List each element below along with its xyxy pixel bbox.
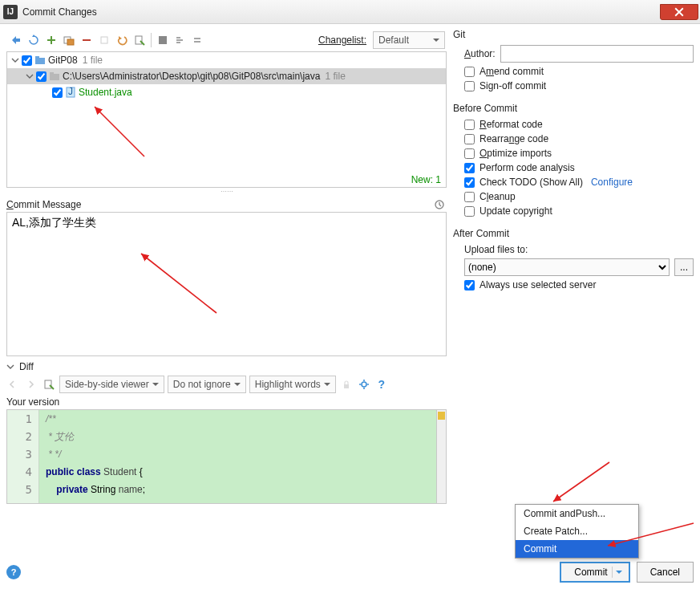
show-diff-icon[interactable] <box>8 32 24 48</box>
diff-toolbar: Side-by-side viewer Do not ignore Highli… <box>6 376 447 393</box>
next-diff-icon[interactable] <box>24 377 38 392</box>
ignore-combo[interactable]: Do not ignore <box>168 376 246 393</box>
analysis-checkbox[interactable] <box>464 163 475 173</box>
tree-label: C:\Users\Administrator\Desktop\git\p08\G… <box>63 71 320 82</box>
file-count: 1 file <box>83 55 103 66</box>
svg-rect-16 <box>344 384 349 388</box>
gear-icon[interactable] <box>357 377 371 392</box>
tree-footer: New: 1 <box>411 174 441 185</box>
before-commit-group: Before Commit Reformat codeReformat code… <box>453 103 694 220</box>
svg-rect-1 <box>51 36 52 44</box>
svg-rect-8 <box>35 58 45 64</box>
window-title: Commit Changes <box>22 6 97 18</box>
help-icon[interactable]: ? <box>374 377 389 392</box>
popup-create-patch[interactable]: Create Patch... <box>516 522 638 540</box>
upload-select[interactable]: (none) <box>464 258 670 276</box>
svg-rect-7 <box>159 36 167 44</box>
checkbox-root[interactable] <box>22 55 32 66</box>
jump-source-icon[interactable] <box>132 32 148 48</box>
chevron-down-icon[interactable] <box>10 55 20 65</box>
help-button[interactable]: ? <box>6 565 21 579</box>
revert-icon[interactable] <box>114 32 130 48</box>
java-file-icon: J <box>64 86 77 99</box>
tree-row-root[interactable]: GitP08 1 file <box>7 52 446 68</box>
toolbar: CChangelist:hangelist: Default <box>6 29 447 51</box>
reformat-checkbox[interactable] <box>464 120 475 130</box>
upload-label: Upload files to: <box>464 244 528 255</box>
tree-row-path[interactable]: C:\Users\Administrator\Desktop\git\p08\G… <box>7 68 446 84</box>
close-icon <box>674 7 684 17</box>
svg-point-17 <box>362 382 366 387</box>
file-tree[interactable]: GitP08 1 file C:\Users\Administrator\Des… <box>6 51 447 188</box>
amend-checkbox[interactable] <box>464 67 475 77</box>
cleanup-checkbox[interactable] <box>464 192 475 202</box>
amend-label: Amend commit <box>479 66 544 77</box>
group-by-icon[interactable] <box>155 32 171 48</box>
lock-icon[interactable] <box>339 377 354 392</box>
popup-commit[interactable]: Commit <box>516 540 638 558</box>
bottom-bar: ? CommitCommit Cancel <box>6 562 694 583</box>
svg-text:J: J <box>68 87 73 97</box>
close-button[interactable] <box>660 4 698 20</box>
folder-icon <box>48 70 61 83</box>
signoff-label: Sign-off commit <box>479 80 546 91</box>
after-title: After Commit <box>453 228 694 239</box>
app-icon: IJ <box>3 5 18 19</box>
svg-rect-4 <box>83 39 91 41</box>
move-changelist-icon[interactable] <box>61 32 77 48</box>
svg-rect-3 <box>67 39 74 45</box>
cancel-button[interactable]: Cancel <box>637 562 694 583</box>
signoff-checkbox[interactable] <box>464 81 475 91</box>
browse-button[interactable]: ... <box>674 258 694 276</box>
prev-diff-icon[interactable] <box>6 377 21 392</box>
chevron-down-icon[interactable] <box>6 362 16 372</box>
svg-rect-10 <box>50 74 59 80</box>
chevron-down-icon[interactable] <box>25 71 34 81</box>
rollback-icon[interactable] <box>96 32 112 48</box>
viewer-combo[interactable]: Side-by-side viewer <box>59 376 164 393</box>
remove-icon[interactable] <box>79 32 95 48</box>
module-icon <box>34 54 47 67</box>
error-stripe[interactable] <box>436 410 446 503</box>
diff-section[interactable]: Diff <box>6 361 447 372</box>
svg-rect-9 <box>35 56 39 59</box>
checkbox-path[interactable] <box>36 71 47 82</box>
expand-all-icon[interactable] <box>172 32 188 48</box>
commit-popup: Commit and Push...Commit and Push... Cre… <box>515 504 639 559</box>
svg-rect-11 <box>50 72 54 75</box>
configure-link[interactable]: Configure <box>591 177 633 188</box>
your-version-label: Your version <box>6 396 447 408</box>
highlight-combo[interactable]: Highlight words <box>249 376 336 393</box>
commit-message-label: Commit Message Commit Message <box>6 197 447 212</box>
changelist-combo[interactable]: Default <box>373 31 445 49</box>
svg-rect-15 <box>45 380 51 388</box>
git-group: Git Author: Author: Amend commit Amend c… <box>453 29 694 95</box>
popup-commit-push[interactable]: Commit and Push...Commit and Push... <box>516 505 638 522</box>
refresh-icon[interactable] <box>26 32 42 48</box>
commit-message-input[interactable]: AL,添加了学生类 <box>6 212 447 356</box>
gutter: 12345 <box>7 410 39 503</box>
author-input[interactable] <box>500 45 694 63</box>
code-viewer[interactable]: 12345 /** * 艾伦 * */ public class Student… <box>6 409 447 504</box>
jump-source-icon[interactable] <box>42 377 56 392</box>
commit-button[interactable]: CommitCommit <box>560 562 629 583</box>
drag-handle[interactable]: ⋯⋯ <box>6 188 447 194</box>
tree-row-file[interactable]: J Student.java <box>7 84 446 100</box>
tree-label: Student.java <box>79 87 132 98</box>
after-commit-group: After Commit Upload files to: (none) ...… <box>453 228 694 294</box>
copyright-checkbox[interactable] <box>464 206 475 217</box>
changelist-label: CChangelist:hangelist: <box>318 35 366 46</box>
svg-rect-5 <box>101 37 107 43</box>
optimize-checkbox[interactable] <box>464 148 475 159</box>
collapse-all-icon[interactable] <box>190 32 206 48</box>
rearrange-checkbox[interactable] <box>464 134 475 144</box>
author-label: Author: <box>464 48 496 59</box>
always-checkbox[interactable] <box>464 280 475 290</box>
checkbox-file[interactable] <box>52 87 63 98</box>
history-icon[interactable] <box>432 197 447 212</box>
svg-rect-6 <box>136 36 142 44</box>
before-title: Before Commit <box>453 103 694 114</box>
new-changelist-icon[interactable] <box>43 32 59 48</box>
todo-checkbox[interactable] <box>464 177 475 188</box>
titlebar: IJ Commit Changes <box>0 0 700 24</box>
